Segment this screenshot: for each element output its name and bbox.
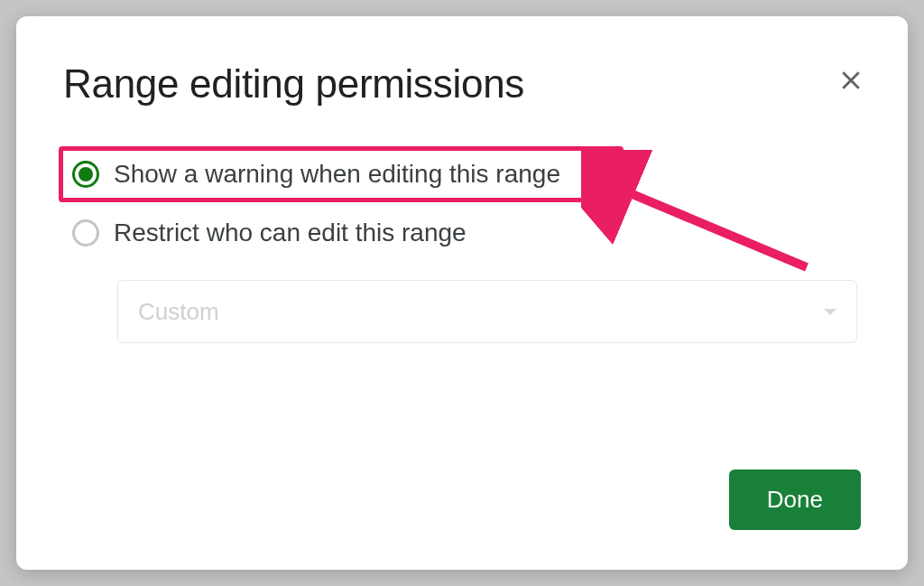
option-show-warning[interactable]: Show a warning when editing this range (59, 146, 624, 202)
close-icon (837, 67, 864, 94)
option-warning-label: Show a warning when editing this range (114, 160, 560, 189)
radio-dot (79, 167, 93, 181)
options-group: Show a warning when editing this range R… (63, 146, 861, 343)
range-permissions-dialog: Range editing permissions Show a warning… (16, 16, 908, 570)
restrict-dropdown: Custom (117, 280, 857, 343)
done-button[interactable]: Done (729, 470, 861, 530)
close-button[interactable] (837, 67, 864, 98)
chevron-down-icon (824, 309, 836, 315)
option-restrict-label: Restrict who can edit this range (114, 219, 467, 247)
radio-unselected-icon (72, 219, 99, 246)
dialog-title: Range editing permissions (63, 61, 524, 107)
dialog-header: Range editing permissions (63, 61, 861, 107)
option-restrict[interactable]: Restrict who can edit this range (63, 213, 861, 253)
dropdown-value: Custom (138, 298, 219, 326)
radio-selected-icon (72, 161, 99, 188)
